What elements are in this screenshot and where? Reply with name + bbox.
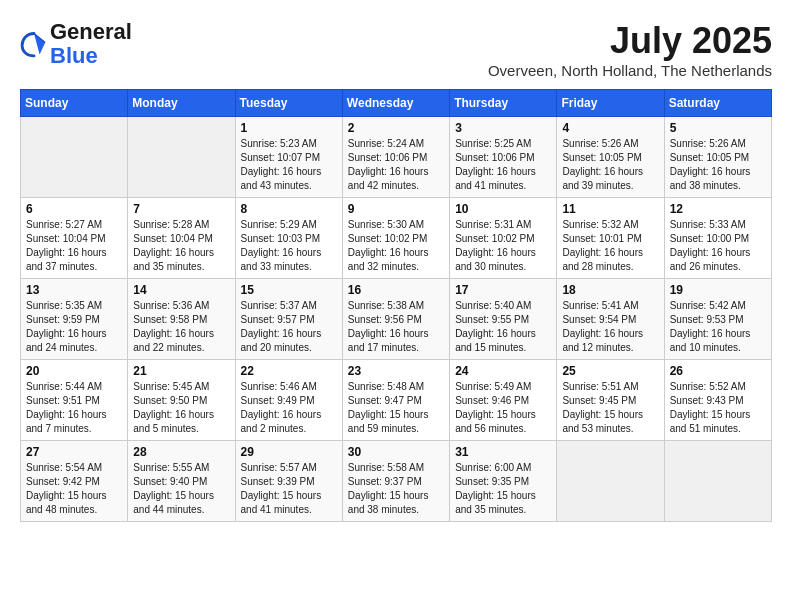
day-info: Sunrise: 5:57 AM Sunset: 9:39 PM Dayligh… bbox=[241, 461, 337, 517]
day-number: 28 bbox=[133, 445, 229, 459]
calendar-cell: 4Sunrise: 5:26 AM Sunset: 10:05 PM Dayli… bbox=[557, 117, 664, 198]
calendar-cell bbox=[557, 441, 664, 522]
day-info: Sunrise: 5:26 AM Sunset: 10:05 PM Daylig… bbox=[562, 137, 658, 193]
calendar-body: 1Sunrise: 5:23 AM Sunset: 10:07 PM Dayli… bbox=[21, 117, 772, 522]
day-info: Sunrise: 5:55 AM Sunset: 9:40 PM Dayligh… bbox=[133, 461, 229, 517]
calendar-cell: 27Sunrise: 5:54 AM Sunset: 9:42 PM Dayli… bbox=[21, 441, 128, 522]
day-info: Sunrise: 5:54 AM Sunset: 9:42 PM Dayligh… bbox=[26, 461, 122, 517]
calendar-cell: 21Sunrise: 5:45 AM Sunset: 9:50 PM Dayli… bbox=[128, 360, 235, 441]
day-info: Sunrise: 5:33 AM Sunset: 10:00 PM Daylig… bbox=[670, 218, 766, 274]
logo-blue: Blue bbox=[50, 43, 98, 68]
calendar-cell: 26Sunrise: 5:52 AM Sunset: 9:43 PM Dayli… bbox=[664, 360, 771, 441]
calendar-cell: 25Sunrise: 5:51 AM Sunset: 9:45 PM Dayli… bbox=[557, 360, 664, 441]
calendar-cell: 8Sunrise: 5:29 AM Sunset: 10:03 PM Dayli… bbox=[235, 198, 342, 279]
column-header-tuesday: Tuesday bbox=[235, 90, 342, 117]
calendar-cell: 10Sunrise: 5:31 AM Sunset: 10:02 PM Dayl… bbox=[450, 198, 557, 279]
day-info: Sunrise: 5:25 AM Sunset: 10:06 PM Daylig… bbox=[455, 137, 551, 193]
day-number: 14 bbox=[133, 283, 229, 297]
day-number: 31 bbox=[455, 445, 551, 459]
calendar-cell: 5Sunrise: 5:26 AM Sunset: 10:05 PM Dayli… bbox=[664, 117, 771, 198]
calendar-cell: 18Sunrise: 5:41 AM Sunset: 9:54 PM Dayli… bbox=[557, 279, 664, 360]
calendar-cell: 24Sunrise: 5:49 AM Sunset: 9:46 PM Dayli… bbox=[450, 360, 557, 441]
day-info: Sunrise: 5:44 AM Sunset: 9:51 PM Dayligh… bbox=[26, 380, 122, 436]
day-info: Sunrise: 5:30 AM Sunset: 10:02 PM Daylig… bbox=[348, 218, 444, 274]
calendar-header-row: SundayMondayTuesdayWednesdayThursdayFrid… bbox=[21, 90, 772, 117]
calendar-cell: 29Sunrise: 5:57 AM Sunset: 9:39 PM Dayli… bbox=[235, 441, 342, 522]
calendar-cell: 16Sunrise: 5:38 AM Sunset: 9:56 PM Dayli… bbox=[342, 279, 449, 360]
day-number: 29 bbox=[241, 445, 337, 459]
day-info: Sunrise: 5:52 AM Sunset: 9:43 PM Dayligh… bbox=[670, 380, 766, 436]
day-number: 8 bbox=[241, 202, 337, 216]
day-number: 23 bbox=[348, 364, 444, 378]
day-number: 30 bbox=[348, 445, 444, 459]
calendar-cell: 17Sunrise: 5:40 AM Sunset: 9:55 PM Dayli… bbox=[450, 279, 557, 360]
column-header-wednesday: Wednesday bbox=[342, 90, 449, 117]
location: Overveen, North Holland, The Netherlands bbox=[488, 62, 772, 79]
calendar-cell: 7Sunrise: 5:28 AM Sunset: 10:04 PM Dayli… bbox=[128, 198, 235, 279]
calendar-cell: 19Sunrise: 5:42 AM Sunset: 9:53 PM Dayli… bbox=[664, 279, 771, 360]
day-number: 25 bbox=[562, 364, 658, 378]
calendar-cell: 20Sunrise: 5:44 AM Sunset: 9:51 PM Dayli… bbox=[21, 360, 128, 441]
calendar-cell: 9Sunrise: 5:30 AM Sunset: 10:02 PM Dayli… bbox=[342, 198, 449, 279]
day-info: Sunrise: 5:36 AM Sunset: 9:58 PM Dayligh… bbox=[133, 299, 229, 355]
day-number: 24 bbox=[455, 364, 551, 378]
calendar-week-row: 13Sunrise: 5:35 AM Sunset: 9:59 PM Dayli… bbox=[21, 279, 772, 360]
day-number: 18 bbox=[562, 283, 658, 297]
day-info: Sunrise: 5:27 AM Sunset: 10:04 PM Daylig… bbox=[26, 218, 122, 274]
calendar-week-row: 6Sunrise: 5:27 AM Sunset: 10:04 PM Dayli… bbox=[21, 198, 772, 279]
day-number: 22 bbox=[241, 364, 337, 378]
logo-general: General bbox=[50, 19, 132, 44]
day-number: 1 bbox=[241, 121, 337, 135]
day-info: Sunrise: 5:38 AM Sunset: 9:56 PM Dayligh… bbox=[348, 299, 444, 355]
day-number: 3 bbox=[455, 121, 551, 135]
calendar-cell: 15Sunrise: 5:37 AM Sunset: 9:57 PM Dayli… bbox=[235, 279, 342, 360]
calendar-cell: 2Sunrise: 5:24 AM Sunset: 10:06 PM Dayli… bbox=[342, 117, 449, 198]
day-number: 9 bbox=[348, 202, 444, 216]
day-info: Sunrise: 5:51 AM Sunset: 9:45 PM Dayligh… bbox=[562, 380, 658, 436]
calendar-cell: 12Sunrise: 5:33 AM Sunset: 10:00 PM Dayl… bbox=[664, 198, 771, 279]
day-number: 19 bbox=[670, 283, 766, 297]
day-info: Sunrise: 5:49 AM Sunset: 9:46 PM Dayligh… bbox=[455, 380, 551, 436]
day-info: Sunrise: 5:31 AM Sunset: 10:02 PM Daylig… bbox=[455, 218, 551, 274]
day-info: Sunrise: 5:46 AM Sunset: 9:49 PM Dayligh… bbox=[241, 380, 337, 436]
column-header-thursday: Thursday bbox=[450, 90, 557, 117]
calendar-table: SundayMondayTuesdayWednesdayThursdayFrid… bbox=[20, 89, 772, 522]
calendar-cell: 30Sunrise: 5:58 AM Sunset: 9:37 PM Dayli… bbox=[342, 441, 449, 522]
calendar-week-row: 27Sunrise: 5:54 AM Sunset: 9:42 PM Dayli… bbox=[21, 441, 772, 522]
calendar-week-row: 1Sunrise: 5:23 AM Sunset: 10:07 PM Dayli… bbox=[21, 117, 772, 198]
calendar-cell: 1Sunrise: 5:23 AM Sunset: 10:07 PM Dayli… bbox=[235, 117, 342, 198]
day-number: 15 bbox=[241, 283, 337, 297]
page-header: General Blue July 2025 Overveen, North H… bbox=[20, 20, 772, 79]
day-info: Sunrise: 5:24 AM Sunset: 10:06 PM Daylig… bbox=[348, 137, 444, 193]
day-number: 27 bbox=[26, 445, 122, 459]
day-number: 20 bbox=[26, 364, 122, 378]
day-info: Sunrise: 5:40 AM Sunset: 9:55 PM Dayligh… bbox=[455, 299, 551, 355]
day-number: 13 bbox=[26, 283, 122, 297]
day-number: 26 bbox=[670, 364, 766, 378]
calendar-cell: 31Sunrise: 6:00 AM Sunset: 9:35 PM Dayli… bbox=[450, 441, 557, 522]
day-number: 7 bbox=[133, 202, 229, 216]
column-header-friday: Friday bbox=[557, 90, 664, 117]
day-number: 4 bbox=[562, 121, 658, 135]
calendar-cell bbox=[128, 117, 235, 198]
day-info: Sunrise: 5:58 AM Sunset: 9:37 PM Dayligh… bbox=[348, 461, 444, 517]
day-info: Sunrise: 5:29 AM Sunset: 10:03 PM Daylig… bbox=[241, 218, 337, 274]
day-number: 6 bbox=[26, 202, 122, 216]
calendar-cell: 14Sunrise: 5:36 AM Sunset: 9:58 PM Dayli… bbox=[128, 279, 235, 360]
day-info: Sunrise: 5:48 AM Sunset: 9:47 PM Dayligh… bbox=[348, 380, 444, 436]
month-title: July 2025 bbox=[488, 20, 772, 62]
day-info: Sunrise: 5:35 AM Sunset: 9:59 PM Dayligh… bbox=[26, 299, 122, 355]
day-number: 2 bbox=[348, 121, 444, 135]
column-header-monday: Monday bbox=[128, 90, 235, 117]
day-number: 17 bbox=[455, 283, 551, 297]
column-header-saturday: Saturday bbox=[664, 90, 771, 117]
calendar-cell: 13Sunrise: 5:35 AM Sunset: 9:59 PM Dayli… bbox=[21, 279, 128, 360]
calendar-cell bbox=[664, 441, 771, 522]
title-block: July 2025 Overveen, North Holland, The N… bbox=[488, 20, 772, 79]
calendar-cell: 22Sunrise: 5:46 AM Sunset: 9:49 PM Dayli… bbox=[235, 360, 342, 441]
logo: General Blue bbox=[20, 20, 132, 68]
day-info: Sunrise: 5:42 AM Sunset: 9:53 PM Dayligh… bbox=[670, 299, 766, 355]
column-header-sunday: Sunday bbox=[21, 90, 128, 117]
day-number: 12 bbox=[670, 202, 766, 216]
day-info: Sunrise: 5:23 AM Sunset: 10:07 PM Daylig… bbox=[241, 137, 337, 193]
